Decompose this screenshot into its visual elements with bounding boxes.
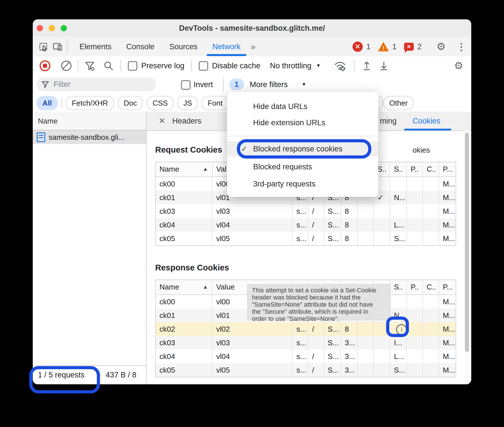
- cookie-row-ck02[interactable]: ck02vl02s.../S...8iM...: [156, 322, 456, 336]
- chip-js[interactable]: JS: [177, 96, 198, 110]
- divider: [120, 60, 121, 71]
- warning-icon[interactable]: !: [378, 42, 389, 52]
- funnel-icon: [41, 80, 50, 88]
- error-count: 1: [366, 42, 371, 51]
- column-header-name[interactable]: Name▲: [156, 162, 213, 176]
- import-har-icon[interactable]: [362, 60, 372, 71]
- tab-sources[interactable]: Sources: [162, 37, 205, 56]
- tab-elements[interactable]: Elements: [72, 37, 119, 56]
- menu-item-3rd-party-requests[interactable]: 3rd-party requests: [227, 176, 378, 192]
- divider: [78, 60, 78, 71]
- cell-priority: M...: [439, 322, 456, 336]
- device-toolbar-icon[interactable]: [53, 42, 62, 52]
- invert-checkbox[interactable]: [181, 80, 190, 90]
- more-tabs-icon[interactable]: »: [248, 37, 259, 56]
- cell-name: ck00: [156, 177, 213, 191]
- cookie-row-ck05[interactable]: ck05vl05s.../S...3...S...M...: [156, 363, 456, 377]
- tab-console[interactable]: Console: [119, 37, 162, 56]
- cookie-row-ck05[interactable]: ck05vl05s.../S...8S...M...: [156, 232, 456, 245]
- search-icon[interactable]: [103, 61, 114, 71]
- network-settings-gear-icon[interactable]: ⚙: [454, 61, 463, 71]
- error-icon[interactable]: ✕: [353, 42, 363, 52]
- scrollbar-thumb[interactable]: [465, 133, 469, 352]
- settings-gear-icon[interactable]: ⚙: [437, 42, 446, 52]
- column-header-partition[interactable]: P..: [407, 162, 423, 176]
- cell-httponly: [358, 336, 374, 350]
- cookie-row-ck03[interactable]: ck03vl03s...S...3...I...M...: [156, 336, 456, 350]
- cell-cross_site: [423, 336, 439, 350]
- preserve-log-label: Preserve log: [141, 61, 185, 70]
- disable-cache-checkbox[interactable]: [199, 61, 208, 71]
- clear-icon[interactable]: [61, 61, 71, 71]
- cell-priority: M...: [439, 232, 456, 245]
- inspect-element-icon[interactable]: [39, 42, 49, 52]
- column-header-priority[interactable]: P...: [439, 162, 456, 176]
- column-header-priority[interactable]: P...: [439, 280, 456, 294]
- export-har-icon[interactable]: [379, 60, 389, 71]
- cell-expires: S...: [324, 350, 341, 363]
- divider: [223, 77, 224, 92]
- cell-httponly: [358, 218, 374, 232]
- cell-cross_site: [423, 204, 439, 218]
- chevron-down-icon[interactable]: ▼: [302, 75, 306, 94]
- menu-item-hide-extension-urls[interactable]: Hide extension URLs: [227, 115, 378, 130]
- tab-cookies[interactable]: Cookies: [413, 112, 441, 130]
- tab-network[interactable]: Network: [205, 37, 248, 56]
- show-filtered-cookies-label-fragment: okies: [413, 146, 430, 155]
- scrollbar[interactable]: [464, 130, 470, 384]
- network-conditions-icon[interactable]: [333, 60, 347, 71]
- cell-priority: M...: [439, 204, 456, 218]
- record-icon[interactable]: [40, 60, 50, 71]
- chip-doc[interactable]: Doc: [118, 96, 143, 110]
- column-header-partition[interactable]: P..: [407, 280, 423, 294]
- kebab-menu-icon[interactable]: ⋮: [456, 41, 466, 52]
- filter-input[interactable]: Filter: [36, 77, 156, 91]
- column-header-name[interactable]: Name▲: [156, 280, 213, 294]
- cell-partition: [407, 363, 423, 377]
- cell-samesite: [390, 295, 407, 309]
- chevron-down-icon[interactable]: ▼: [316, 63, 321, 69]
- throttling-select[interactable]: No throttling: [270, 61, 312, 70]
- cell-partition: [407, 350, 423, 363]
- cell-samesite: N...: [390, 191, 407, 204]
- issues-count: 2: [417, 42, 422, 51]
- request-list-name-header[interactable]: Name: [33, 112, 146, 130]
- sort-ascending-icon: ▲: [203, 280, 208, 294]
- cell-name: ck00: [156, 295, 213, 309]
- cell-cross_site: [423, 177, 439, 191]
- column-header-cross_site[interactable]: C..: [423, 280, 439, 294]
- cell-samesite: L...: [390, 218, 407, 232]
- tab-headers[interactable]: Headers: [172, 112, 201, 130]
- cell-secure: [374, 218, 390, 232]
- cookie-row-ck03[interactable]: ck03vl03s.../S...8M...: [156, 204, 456, 218]
- tab-timing-fragment[interactable]: ming: [380, 112, 397, 130]
- preserve-log-checkbox[interactable]: [128, 61, 137, 71]
- divider: [62, 98, 62, 108]
- column-header-cross_site[interactable]: C..: [423, 162, 439, 176]
- menu-item-hide-data-urls[interactable]: Hide data URLs: [227, 99, 378, 114]
- close-icon[interactable]: ✕: [159, 112, 165, 130]
- cookie-row-ck04[interactable]: ck04vl04s.../S...3...L...M...: [156, 350, 456, 363]
- window-title: DevTools - samesite-sandbox.glitch.me/: [33, 19, 471, 37]
- cell-path: /: [308, 232, 324, 245]
- cell-expires: S...: [324, 336, 341, 350]
- cell-httponly: [358, 350, 374, 363]
- cookie-row-ck04[interactable]: ck04vl04s.../S...8L...M...: [156, 218, 456, 232]
- chip-css[interactable]: CSS: [147, 96, 174, 110]
- request-row-selected[interactable]: samesite-sandbox.gli...: [33, 130, 146, 144]
- cell-partition: [407, 218, 423, 232]
- invert-label: Invert: [194, 75, 213, 94]
- chip-all[interactable]: All: [36, 96, 58, 110]
- issues-icon[interactable]: ✕: [404, 43, 414, 51]
- screenshot-stage: DevTools - samesite-sandbox.glitch.me/ E…: [0, 0, 504, 427]
- column-header-samesite[interactable]: S..: [390, 280, 407, 294]
- chip-fetch-xhr[interactable]: Fetch/XHR: [66, 96, 114, 110]
- filter-funnel-icon[interactable]: [85, 61, 95, 71]
- chip-font[interactable]: Font: [202, 96, 228, 110]
- menu-item-blocked-requests[interactable]: Blocked requests: [227, 159, 378, 175]
- cell-path: [308, 336, 324, 350]
- more-filters-button[interactable]: More filters: [250, 75, 288, 94]
- column-header-samesite[interactable]: S..: [390, 162, 407, 176]
- cell-value: vl05: [213, 363, 293, 377]
- chip-other[interactable]: Other: [383, 96, 414, 110]
